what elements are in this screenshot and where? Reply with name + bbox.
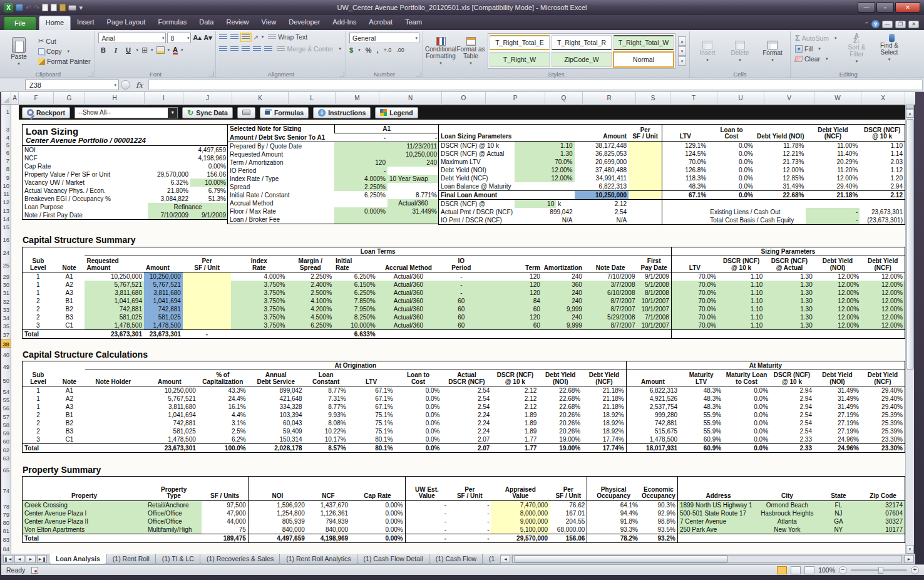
cell[interactable]: 75.1% [348,419,395,427]
cell[interactable]: 18,017,931 [626,444,679,453]
cell[interactable]: 0.0% [708,150,755,158]
cell[interactable] [671,330,717,339]
cell[interactable]: 4,497,659 [248,534,307,542]
cell[interactable]: 10,250,000 [141,386,198,395]
cell[interactable]: 3.750% [231,289,287,297]
cell[interactable]: 5,100,000 [491,526,550,534]
gallery-up-icon[interactable]: ▴ [678,36,686,46]
cell[interactable]: 2.33 [770,444,814,453]
cell[interactable]: 0.0% [395,403,442,411]
cell[interactable]: Accrual Method [228,199,334,207]
cell[interactable]: 899,042 [248,386,304,395]
column-header-X[interactable]: X [861,92,905,105]
cell[interactable]: 0.0% [723,395,770,403]
grow-font-button[interactable]: A▴ [192,34,202,42]
cell[interactable]: 1,478,500 [626,435,679,444]
cell[interactable]: 22.68% [538,395,582,403]
font-size-select[interactable]: 8▾ [167,33,191,43]
cell[interactable]: 6.2% [198,435,248,444]
column-header-J[interactable]: J [183,92,232,105]
cell[interactable]: 8.771% [388,191,439,199]
cell[interactable]: 1.10 [718,289,764,297]
cell[interactable]: 3,084,822 [148,195,190,203]
cell[interactable] [718,330,764,339]
tab-scroll-right-icon[interactable]: ► [904,555,914,563]
cell[interactable]: Accrual Method [377,256,439,272]
column-header-O[interactable]: O [442,92,486,105]
cell[interactable]: 4.200% [287,305,334,313]
cell[interactable]: Per SF / Unit [629,125,662,141]
cell[interactable]: 1,041,694 [85,297,144,305]
cell[interactable]: - [183,330,231,339]
cell[interactable]: 1,254,800 [248,509,307,517]
cell[interactable]: 43.3% [198,386,248,395]
cell[interactable]: 60 [439,321,483,330]
cell[interactable]: 55.9% [679,427,723,435]
cell[interactable]: N/A [575,216,629,224]
cell[interactable]: 2.5% [198,427,248,435]
cell[interactable]: 204.55 [550,517,587,526]
row-header-59[interactable]: 59 [3,429,9,437]
restore-button[interactable]: ▫ [876,3,894,13]
row-header-25[interactable]: 25 [3,261,9,269]
cell[interactable]: 6/10/2008 [584,289,637,297]
cell[interactable] [629,199,662,208]
cell[interactable]: B3 [54,313,85,321]
row-header-31[interactable]: 31 [3,289,9,297]
cell[interactable]: Loan Purpose [23,203,148,211]
paste-button[interactable]: Paste▾ [4,36,33,67]
cell[interactable]: 59,409 [248,427,304,435]
delete-cells-button[interactable]: Delete▾ [726,39,754,63]
cell[interactable]: 0.0% [395,419,442,427]
tab-data[interactable]: Data [193,16,220,30]
cell[interactable]: Amount [144,256,183,272]
align-top-icon[interactable] [219,34,227,40]
cell[interactable]: Maturity Loan to Cost [723,370,770,386]
cell[interactable]: 25.39% [861,411,905,419]
row-header-6[interactable]: 6 [6,148,9,157]
decrease-indent-icon[interactable] [253,46,261,52]
cell[interactable]: 3.750% [231,321,287,330]
cell[interactable]: 60 [439,305,483,313]
sort-filter-button[interactable]: AZ↓Sort & Filter▾ [843,33,870,65]
column-header-L[interactable]: L [289,92,336,105]
cell[interactable]: 70.0% [515,158,575,166]
cell[interactable]: 4,497,659 [190,146,228,154]
legend-button[interactable]: Legend [375,107,418,118]
gallery-more-icon[interactable]: ▾ [678,56,686,66]
cell[interactable]: 67.1% [348,403,395,411]
redo-icon[interactable]: ↷ [34,4,39,12]
tab-scroll-left-icon[interactable]: ◄ [500,555,510,563]
cell[interactable]: 24.4% [198,395,248,403]
cell[interactable]: 742,881 [626,419,679,427]
cell[interactable]: 3 [23,321,54,330]
cell[interactable]: - [334,133,388,142]
font-dialog-launcher[interactable] [209,71,214,76]
cell[interactable]: 12.00% [814,297,861,305]
cell[interactable]: 0.00% [350,500,405,509]
cell[interactable]: 8.77% [304,386,348,395]
cell[interactable]: 4,198,969 [190,154,228,162]
cell[interactable]: Maximum LTV [439,158,515,166]
cell[interactable]: Floor / Max Rate [228,207,334,215]
cell[interactable]: 1.89 [491,427,538,435]
cell[interactable]: 360 [542,281,584,289]
cell[interactable]: 6.250% [334,191,388,199]
cell[interactable]: 29.40% [806,182,860,191]
row-header-35[interactable]: 35 [3,322,9,330]
cell[interactable]: - [439,281,483,289]
cell[interactable]: 55.9% [679,419,723,427]
cell[interactable]: 2.54 [441,395,491,403]
cell[interactable] [677,534,759,542]
cell[interactable]: 8.08% [304,419,348,427]
cell[interactable]: 9/1/2009 [190,211,228,219]
column-header-N[interactable]: N [379,92,442,105]
cell[interactable]: 0.000% [334,207,388,215]
cell[interactable]: 12.00% [515,174,575,182]
cell[interactable]: Index Rate [231,256,287,272]
cell[interactable]: 37,480,488 [575,166,629,174]
cell[interactable]: 0.0% [708,190,755,199]
cell[interactable] [542,330,584,339]
cell[interactable]: 1.89 [491,411,538,419]
cell[interactable]: 12.00% [814,272,861,281]
